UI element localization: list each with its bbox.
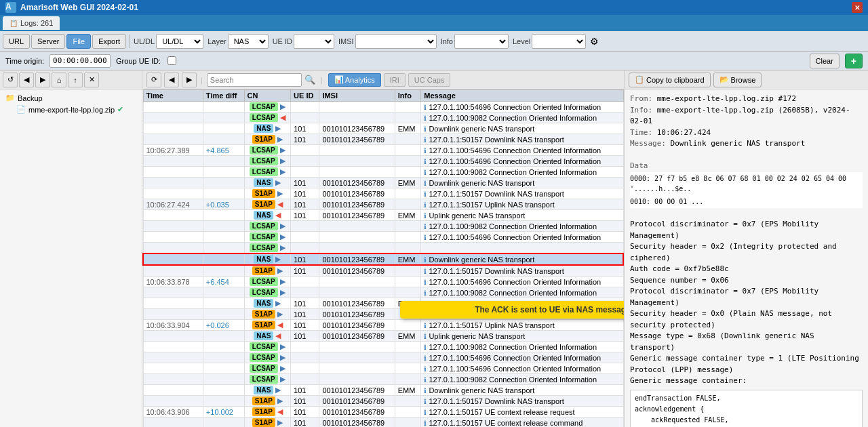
file-button[interactable]: File bbox=[66, 34, 91, 49]
message-line: Message: Downlink generic NAS transport bbox=[630, 138, 863, 150]
level-select[interactable] bbox=[532, 34, 586, 49]
log-prev-btn[interactable]: ◀ bbox=[164, 73, 179, 87]
table-row[interactable]: LCSAP ▶ ℹ 127.0.1.100:54696 Connection O… bbox=[143, 352, 623, 363]
table-row[interactable]: NAS ▶ 101 001010123456789 EMM ℹ Downlink… bbox=[143, 178, 623, 188]
cell-diff bbox=[203, 167, 244, 178]
left-panel-content: 📁 Backup 📄 mme-export-lte-lpp.log.zip ✔ bbox=[0, 89, 142, 427]
table-row[interactable]: LCSAP ▶ ℹ 127.0.1.100:9082 Connection Or… bbox=[143, 374, 623, 385]
cell-diff bbox=[203, 134, 244, 145]
table-row[interactable]: LCSAP ▶ ℹ 127.0.1.100:54696 Connection O… bbox=[143, 232, 623, 243]
protocol-select[interactable]: UL/DLULDL bbox=[156, 34, 203, 49]
forward-btn[interactable]: ▶ bbox=[35, 73, 50, 87]
analytics-button[interactable]: 📊 Analytics bbox=[328, 73, 381, 87]
table-row[interactable]: LCSAP ▶ ℹ 127.0.1.100:54696 Connection O… bbox=[143, 102, 623, 113]
uc-caps-button[interactable]: UC Caps bbox=[408, 73, 451, 87]
log-back-btn[interactable]: ⟳ bbox=[146, 73, 161, 87]
url-button[interactable]: URL bbox=[3, 34, 30, 49]
table-row[interactable]: LCSAP ▶ bbox=[143, 243, 623, 254]
table-row[interactable]: 10:06:27.389 +4.865 LCSAP ▶ ℹ 127.0.1.10… bbox=[143, 145, 623, 156]
cell-ueid: 101 bbox=[291, 407, 319, 418]
iri-button[interactable]: IRI bbox=[384, 73, 406, 87]
cell-time bbox=[143, 265, 203, 277]
from-line: From: mme-export-lte-lpp.log.zip #172 bbox=[630, 94, 863, 105]
group-ue-checkbox[interactable] bbox=[167, 56, 176, 65]
search-input[interactable] bbox=[207, 73, 302, 87]
cell-message: ℹ Downlink generic NAS transport bbox=[421, 385, 623, 396]
cell-message: ℹ 127.0.1.1:50157 Downlink NAS transport bbox=[421, 309, 623, 320]
table-row[interactable]: LCSAP ▶ ℹ 127.0.1.100:9082 Connection Or… bbox=[143, 342, 623, 352]
time-origin-label: Time origin: bbox=[5, 57, 44, 65]
browse-button[interactable]: 📂 Browse bbox=[713, 73, 762, 87]
cell-cn: LCSAP ▶ bbox=[244, 102, 290, 113]
table-row[interactable]: LCSAP ◀ ℹ 127.0.1.100:9082 Connection Or… bbox=[143, 113, 623, 123]
cell-imsi bbox=[319, 232, 395, 243]
table-row[interactable]: S1AP ▶ 101 001010123456789 ℹ 127.0.1.1:5… bbox=[143, 418, 623, 428]
table-row[interactable]: NAS ▶ 101 001010123456789 EMM ℹ Downlink… bbox=[143, 298, 623, 309]
search-icon[interactable]: 🔍 bbox=[304, 75, 315, 85]
table-row[interactable]: LCSAP ▶ ℹ 127.0.1.100:9082 Connection Or… bbox=[143, 167, 623, 178]
cell-diff bbox=[203, 418, 244, 428]
close-button[interactable]: ✕ bbox=[852, 2, 863, 13]
cell-ueid bbox=[291, 342, 319, 352]
settings-icon[interactable]: ⚙ bbox=[590, 36, 599, 47]
log-file-item[interactable]: 📄 mme-export-lte-lpp.log.zip ✔ bbox=[3, 104, 139, 115]
cell-info: EMM bbox=[395, 210, 421, 221]
cell-ueid bbox=[291, 287, 319, 298]
log-table-container[interactable]: Time Time diff CN UE ID IMSI Info Messag… bbox=[142, 89, 624, 427]
cell-time bbox=[143, 113, 203, 123]
copy-to-clipboard-button[interactable]: 📋 Copy to clipboard bbox=[629, 73, 711, 87]
table-row[interactable]: S1AP ▶ 101 001010123456789 ℹ 127.0.1.1:5… bbox=[143, 396, 623, 407]
layer-select[interactable]: NASS1APLCSAP bbox=[228, 34, 269, 49]
cell-message: ℹ 127.0.1.100:54696 Connection Oriented … bbox=[421, 102, 623, 113]
table-row[interactable]: S1AP ▶ 101 001010123456789 ℹ 127.0.1.1:5… bbox=[143, 188, 623, 199]
cell-info bbox=[395, 102, 421, 113]
table-row[interactable]: S1AP ▶ 101 001010123456789 ℹ 127.0.1.1:5… bbox=[143, 134, 623, 145]
table-row[interactable]: S1AP ▶ 101 001010123456789 ℹ 127.0.1.1:5… bbox=[143, 265, 623, 277]
table-row[interactable]: NAS ◀ 101 001010123456789 EMM ℹ Uplink g… bbox=[143, 210, 623, 221]
refresh-btn[interactable]: ↺ bbox=[3, 73, 18, 87]
table-row[interactable]: LCSAP ▶ ℹ 127.0.1.100:9082 Connection Or… bbox=[143, 287, 623, 298]
close-left-btn[interactable]: ✕ bbox=[84, 73, 99, 87]
log-next-btn[interactable]: ▶ bbox=[182, 73, 197, 87]
backup-folder[interactable]: 📁 Backup bbox=[3, 92, 139, 104]
cell-message: ℹ Uplink generic NAS transport bbox=[421, 331, 623, 342]
table-row[interactable]: NAS ▶ 101 001010123456789 EMM ℹ Downlink… bbox=[143, 385, 623, 396]
cell-message: ℹ 127.0.1.1:50157 Downlink NAS transport bbox=[421, 396, 623, 407]
table-row[interactable]: 10:06:33.878 +6.454 LCSAP ▶ ℹ 127.0.1.10… bbox=[143, 277, 623, 287]
cell-info bbox=[395, 287, 421, 298]
logs-tab[interactable]: 📋 Logs: 261 bbox=[3, 16, 60, 30]
time-value: 10:06:27.424 bbox=[657, 128, 711, 137]
table-row[interactable]: 10:06:33.904 +0.026 S1AP ◀ 101 001010123… bbox=[143, 320, 623, 331]
cell-imsi: 001010123456789 bbox=[319, 407, 395, 418]
table-row[interactable]: LCSAP ▶ ℹ 127.0.1.100:54696 Connection O… bbox=[143, 363, 623, 374]
info-select[interactable] bbox=[454, 34, 509, 49]
table-row[interactable]: NAS ▶ 101 001010123456789 EMM ℹ Downlink… bbox=[143, 253, 623, 265]
table-row[interactable]: NAS ◀ 101 001010123456789 EMM ℹ Uplink g… bbox=[143, 331, 623, 342]
cell-cn: LCSAP ▶ bbox=[244, 287, 290, 298]
copy-label: Copy to clipboard bbox=[646, 76, 705, 84]
add-button[interactable]: + bbox=[845, 54, 863, 68]
server-button[interactable]: Server bbox=[31, 34, 65, 49]
table-row[interactable]: LCSAP ▶ ℹ 127.0.1.100:9082 Connection Or… bbox=[143, 221, 623, 232]
imsi-select[interactable] bbox=[355, 34, 437, 49]
ue-id-select[interactable] bbox=[294, 34, 334, 49]
up-btn[interactable]: ↑ bbox=[68, 73, 83, 87]
clear-button[interactable]: Clear bbox=[810, 54, 840, 68]
back-btn[interactable]: ◀ bbox=[19, 73, 34, 87]
cell-cn: NAS ▶ bbox=[244, 253, 290, 265]
export-button[interactable]: Export bbox=[92, 34, 126, 49]
table-row[interactable]: 10:06:43.906 +10.002 S1AP ◀ 101 00101012… bbox=[143, 407, 623, 418]
time-origin-input[interactable] bbox=[50, 54, 111, 68]
cell-time bbox=[143, 331, 203, 342]
table-row[interactable]: NAS ▶ 101 001010123456789 EMM ℹ Downlink… bbox=[143, 123, 623, 134]
home-btn[interactable]: ⌂ bbox=[52, 73, 66, 87]
table-row[interactable]: 10:06:27.424 +0.035 S1AP ◀ 101 001010123… bbox=[143, 199, 623, 210]
cell-ueid: 101 bbox=[291, 309, 319, 320]
table-row[interactable]: S1AP ▶ 101 001010123456789 ℹ 127.0.1.1:5… bbox=[143, 309, 623, 320]
cell-cn: NAS ◀ bbox=[244, 331, 290, 342]
cell-cn: LCSAP ◀ bbox=[244, 113, 290, 123]
table-row[interactable]: LCSAP ▶ ℹ 127.0.1.100:54696 Connection O… bbox=[143, 156, 623, 167]
cell-ueid: 101 bbox=[291, 188, 319, 199]
cell-diff bbox=[203, 188, 244, 199]
cell-info bbox=[395, 277, 421, 287]
